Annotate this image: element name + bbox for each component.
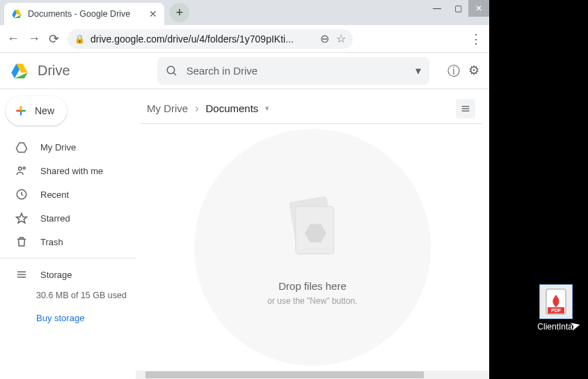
drop-circle: Drop files here or use the "New" button.	[194, 129, 431, 366]
main-panel: My Drive › Documents ▾ Drop files here o…	[136, 89, 489, 379]
drop-zone[interactable]: Drop files here or use the "New" button.	[136, 124, 489, 371]
drive-header: Drive Search in Drive ▾ ⓘ ⚙	[0, 53, 489, 89]
chevron-down-icon[interactable]: ▾	[265, 104, 269, 113]
shared-icon	[15, 164, 28, 177]
search-input[interactable]: Search in Drive ▾	[157, 57, 429, 85]
window-controls: — ▢ ✕	[427, 0, 489, 17]
sidebar-item-label: Recent	[40, 190, 69, 200]
new-button-label: New	[35, 105, 54, 116]
empty-file-icon	[274, 190, 351, 266]
browser-tab[interactable]: Documents - Google Drive ✕	[4, 3, 164, 25]
tab-title: Documents - Google Drive	[28, 9, 143, 19]
search-icon	[166, 65, 178, 77]
settings-button[interactable]: ⚙	[468, 63, 479, 79]
minimize-button[interactable]: —	[427, 0, 447, 17]
new-tab-button[interactable]: +	[170, 3, 189, 22]
back-button[interactable]: ←	[7, 31, 19, 46]
help-button[interactable]: ⓘ	[447, 63, 460, 79]
sidebar-item-label: My Drive	[40, 142, 76, 153]
sidebar-item-label: Storage	[40, 270, 72, 280]
omnibox[interactable]: 🔒 drive.google.com/drive/u/4/folders/1y7…	[67, 29, 353, 49]
drive-favicon-icon	[11, 8, 22, 20]
dropzone-subtitle: or use the "New" button.	[267, 296, 357, 306]
svg-text:PDF: PDF	[551, 308, 562, 313]
sidebar: New My Drive Shared with me Recent Sta	[0, 89, 136, 379]
app-name: Drive	[38, 63, 70, 79]
browser-window: Documents - Google Drive ✕ + — ▢ ✕ ← → ⟳…	[0, 0, 489, 379]
url-bar: ← → ⟳ 🔒 drive.google.com/drive/u/4/folde…	[0, 25, 489, 53]
storage-icon	[15, 268, 28, 281]
horizontal-scrollbar[interactable]	[136, 371, 489, 379]
desktop-area: PDF ClientIntal ➤	[489, 0, 588, 379]
sidebar-item-recent[interactable]: Recent	[0, 183, 136, 206]
content-area: New My Drive Shared with me Recent Sta	[0, 89, 489, 379]
clock-icon	[15, 188, 28, 201]
star-icon	[15, 212, 28, 224]
plus-icon	[14, 104, 28, 118]
list-view-toggle[interactable]	[456, 99, 475, 118]
scrollbar-thumb[interactable]	[145, 371, 424, 378]
dropzone-title: Drop files here	[278, 280, 347, 292]
sidebar-item-label: Trash	[40, 237, 63, 247]
svg-line-7	[173, 72, 176, 75]
storage-used-text: 30.6 MB of 15 GB used	[0, 286, 136, 304]
sidebar-item-label: Shared with me	[40, 166, 103, 176]
forward-button[interactable]: →	[28, 31, 40, 46]
svg-point-6	[167, 66, 175, 74]
drive-icon	[15, 141, 28, 153]
list-icon	[460, 103, 471, 114]
close-tab-icon[interactable]: ✕	[149, 8, 157, 20]
svg-point-13	[19, 167, 22, 171]
pdf-file-icon: PDF	[539, 284, 573, 319]
new-button[interactable]: New	[6, 96, 67, 125]
tab-bar: Documents - Google Drive ✕ + — ▢ ✕	[0, 0, 489, 25]
breadcrumb-root[interactable]: My Drive	[147, 102, 188, 114]
svg-marker-16	[17, 213, 27, 223]
zoom-icon[interactable]: ⊖	[320, 32, 329, 45]
sidebar-item-trash[interactable]: Trash	[0, 230, 136, 254]
close-window-button[interactable]: ✕	[468, 0, 489, 17]
divider	[0, 258, 136, 258]
search-options-icon[interactable]: ▾	[415, 64, 421, 77]
nav-list: My Drive Shared with me Recent Starred T…	[0, 135, 136, 323]
maximize-button[interactable]: ▢	[447, 0, 468, 17]
reload-button[interactable]: ⟳	[49, 31, 59, 47]
bookmark-star-icon[interactable]: ☆	[336, 32, 346, 45]
sidebar-item-shared[interactable]: Shared with me	[0, 159, 136, 183]
trash-icon	[15, 235, 28, 248]
lock-icon: 🔒	[74, 34, 85, 44]
svg-marker-12	[17, 143, 27, 153]
chrome-menu-button[interactable]: ⋮	[470, 31, 482, 47]
chevron-right-icon: ›	[195, 102, 198, 115]
breadcrumb-current[interactable]: Documents	[206, 102, 259, 114]
url-text: drive.google.com/drive/u/4/folders/1y709…	[90, 33, 315, 45]
sidebar-item-mydrive[interactable]: My Drive	[0, 135, 136, 159]
breadcrumb: My Drive › Documents ▾	[140, 93, 482, 124]
svg-point-14	[23, 167, 25, 169]
sidebar-item-starred[interactable]: Starred	[0, 206, 136, 230]
search-placeholder: Search in Drive	[186, 65, 407, 77]
sidebar-item-label: Starred	[40, 213, 70, 224]
drive-logo-icon	[10, 61, 29, 81]
sidebar-item-storage[interactable]: Storage	[0, 263, 136, 286]
buy-storage-link[interactable]: Buy storage	[0, 304, 136, 323]
